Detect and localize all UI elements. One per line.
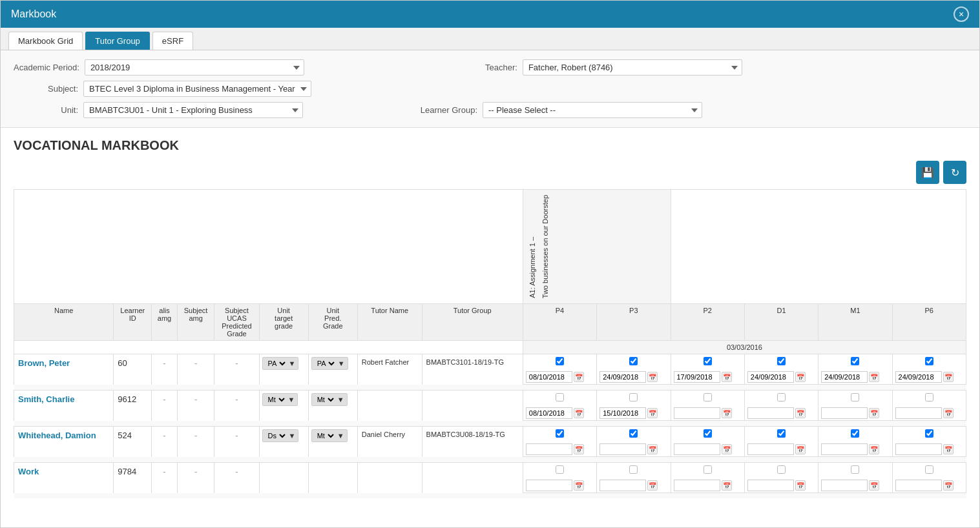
- date-input[interactable]: [895, 407, 942, 419]
- grade-check-5[interactable]: [892, 391, 966, 407]
- calendar-icon[interactable]: 📅: [722, 372, 732, 382]
- date-cell-3[interactable]: 📅: [744, 442, 818, 457]
- calendar-icon[interactable]: 📅: [869, 480, 879, 491]
- calendar-icon[interactable]: 📅: [869, 408, 879, 418]
- date-input[interactable]: [821, 443, 868, 455]
- date-cell-5[interactable]: 📅: [892, 442, 966, 457]
- calendar-icon[interactable]: 📅: [647, 408, 658, 418]
- teacher-select[interactable]: Fatcher, Robert (8746): [523, 59, 742, 76]
- grade-check-0[interactable]: [523, 354, 596, 371]
- unit-pred-grade[interactable]: [308, 463, 357, 493]
- refresh-button[interactable]: ↻: [943, 161, 966, 184]
- calendar-icon[interactable]: 📅: [722, 444, 732, 454]
- grade-check-0[interactable]: [523, 463, 596, 479]
- academic-period-select[interactable]: 2018/2019: [85, 59, 304, 76]
- date-input[interactable]: [821, 480, 868, 491]
- grade-check-0[interactable]: [523, 391, 596, 407]
- date-cell-0[interactable]: 📅: [523, 406, 596, 421]
- calendar-icon[interactable]: 📅: [574, 408, 584, 418]
- unit-select[interactable]: BMABTC3U01 - Unit 1 - Exploring Business: [83, 102, 303, 118]
- date-input[interactable]: [747, 371, 794, 383]
- unit-pred-grade[interactable]: Mt ▼: [308, 391, 357, 421]
- grade-check-3[interactable]: [744, 427, 818, 443]
- date-input[interactable]: [895, 443, 942, 455]
- date-input[interactable]: [599, 443, 646, 455]
- date-input[interactable]: [526, 480, 572, 491]
- learner-group-select[interactable]: -- Please Select --: [483, 102, 702, 118]
- close-button[interactable]: ×: [954, 6, 969, 22]
- grade-check-0[interactable]: [523, 427, 596, 443]
- date-input[interactable]: [747, 480, 794, 491]
- calendar-icon[interactable]: 📅: [722, 408, 732, 418]
- grade-check-3[interactable]: [744, 463, 818, 479]
- date-cell-3[interactable]: 📅: [744, 370, 818, 385]
- grade-check-2[interactable]: [671, 463, 744, 479]
- date-input[interactable]: [599, 407, 646, 419]
- date-input[interactable]: [821, 407, 868, 419]
- date-input[interactable]: [895, 480, 942, 491]
- grade-check-1[interactable]: [597, 391, 671, 407]
- date-cell-1[interactable]: 📅: [597, 406, 671, 421]
- date-input[interactable]: [821, 371, 868, 383]
- date-input[interactable]: [526, 371, 572, 383]
- date-cell-2[interactable]: 📅: [671, 406, 744, 421]
- date-cell-5[interactable]: 📅: [892, 370, 966, 385]
- date-input[interactable]: [599, 480, 646, 491]
- grade-check-1[interactable]: [597, 463, 671, 479]
- calendar-icon[interactable]: 📅: [795, 444, 806, 454]
- unit-pred-grade[interactable]: PA ▼: [308, 354, 357, 385]
- calendar-icon[interactable]: 📅: [574, 444, 584, 454]
- grade-check-3[interactable]: [744, 354, 818, 371]
- calendar-icon[interactable]: 📅: [574, 480, 584, 491]
- grade-check-2[interactable]: [671, 427, 744, 443]
- date-cell-3[interactable]: 📅: [744, 478, 818, 493]
- date-cell-4[interactable]: 📅: [818, 406, 892, 421]
- grade-check-5[interactable]: [892, 427, 966, 443]
- date-cell-4[interactable]: 📅: [818, 370, 892, 385]
- grade-check-1[interactable]: [597, 427, 671, 443]
- grade-check-5[interactable]: [892, 354, 966, 371]
- unit-target-select[interactable]: Ds: [266, 431, 287, 440]
- date-cell-5[interactable]: 📅: [892, 406, 966, 421]
- date-cell-5[interactable]: 📅: [892, 478, 966, 493]
- grade-check-4[interactable]: [818, 427, 892, 443]
- date-input[interactable]: [526, 443, 572, 455]
- date-input[interactable]: [674, 371, 720, 383]
- date-input[interactable]: [674, 443, 720, 455]
- date-cell-2[interactable]: 📅: [671, 370, 744, 385]
- calendar-icon[interactable]: 📅: [795, 372, 806, 382]
- calendar-icon[interactable]: 📅: [943, 480, 954, 491]
- calendar-icon[interactable]: 📅: [795, 408, 806, 418]
- date-cell-1[interactable]: 📅: [597, 370, 671, 385]
- grade-check-2[interactable]: [671, 354, 744, 371]
- unit-target-select[interactable]: PA: [266, 359, 287, 368]
- unit-target-grade[interactable]: PA ▼: [259, 354, 308, 385]
- grade-check-4[interactable]: [818, 354, 892, 371]
- subject-select[interactable]: BTEC Level 3 Diploma in Business Managem…: [83, 81, 311, 97]
- date-input[interactable]: [674, 407, 720, 419]
- calendar-icon[interactable]: 📅: [943, 408, 954, 418]
- tab-esrf[interactable]: eSRF: [152, 32, 193, 50]
- calendar-icon[interactable]: 📅: [574, 372, 584, 382]
- calendar-icon[interactable]: 📅: [647, 444, 658, 454]
- grade-check-4[interactable]: [818, 463, 892, 479]
- date-cell-0[interactable]: 📅: [523, 442, 596, 457]
- date-input[interactable]: [747, 443, 794, 455]
- grade-check-1[interactable]: [597, 354, 671, 371]
- grade-check-3[interactable]: [744, 391, 818, 407]
- date-input[interactable]: [747, 407, 794, 419]
- calendar-icon[interactable]: 📅: [943, 444, 954, 454]
- date-cell-0[interactable]: 📅: [523, 478, 596, 493]
- calendar-icon[interactable]: 📅: [722, 480, 732, 491]
- calendar-icon[interactable]: 📅: [943, 372, 954, 382]
- date-input[interactable]: [526, 407, 572, 419]
- unit-target-grade[interactable]: Mt ▼: [259, 391, 308, 421]
- calendar-icon[interactable]: 📅: [869, 372, 879, 382]
- date-cell-4[interactable]: 📅: [818, 442, 892, 457]
- unit-pred-grade[interactable]: Mt ▼: [308, 427, 357, 457]
- calendar-icon[interactable]: 📅: [647, 372, 658, 382]
- unit-pred-select[interactable]: Mt: [315, 395, 336, 404]
- grade-check-4[interactable]: [818, 391, 892, 407]
- calendar-icon[interactable]: 📅: [869, 444, 879, 454]
- calendar-icon[interactable]: 📅: [647, 480, 658, 491]
